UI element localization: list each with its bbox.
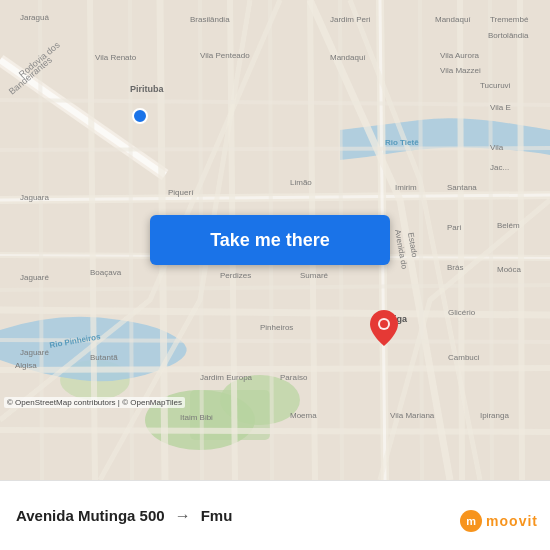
svg-text:Piquerí: Piquerí [168,188,194,197]
svg-line-29 [420,0,422,480]
svg-line-30 [490,0,492,480]
destination-marker [370,310,398,346]
svg-text:Limão: Limão [290,178,312,187]
svg-text:Cambuci: Cambuci [448,353,480,362]
svg-text:Pirituba: Pirituba [130,84,164,94]
button-label: Take me there [210,230,330,251]
route-info: Avenida Mutinga 500 → Fmu [16,507,534,525]
svg-point-80 [133,109,147,123]
moovit-logo: m moovit [460,510,538,532]
svg-text:Jaguaré: Jaguaré [20,273,49,282]
svg-text:Algisa: Algisa [15,361,37,370]
svg-text:Vila Mariana: Vila Mariana [390,411,435,420]
svg-text:Ipiranga: Ipiranga [480,411,509,420]
svg-line-10 [0,368,550,370]
moovit-brand-name: moovit [486,513,538,529]
svg-text:Jaraguá: Jaraguá [20,13,49,22]
svg-text:Vila Mazzei: Vila Mazzei [440,66,481,75]
svg-line-25 [130,0,132,480]
svg-text:Butantã: Butantã [90,353,118,362]
svg-text:Jardim Europa: Jardim Europa [200,373,253,382]
svg-text:Vila Renato: Vila Renato [95,53,137,62]
moovit-icon: m [460,510,482,532]
svg-line-11 [0,430,550,432]
bottom-bar: Avenida Mutinga 500 → Fmu m moovit [0,480,550,550]
route-arrow-icon: → [175,507,191,525]
svg-text:Jaguara: Jaguara [20,193,49,202]
svg-text:Moema: Moema [290,411,317,420]
svg-text:Itaim Bibi: Itaim Bibi [180,413,213,422]
svg-text:Vila Penteado: Vila Penteado [200,51,250,60]
svg-text:Moóca: Moóca [497,265,522,274]
svg-text:Brasilândia: Brasilândia [190,15,230,24]
svg-line-19 [520,0,522,480]
take-me-there-button[interactable]: Take me there [150,215,390,265]
svg-text:Mandaquí: Mandaquí [330,53,366,62]
svg-text:Imirim: Imirim [395,183,417,192]
svg-text:Rio Tietê: Rio Tietê [385,138,419,147]
svg-text:Jardim Peri: Jardim Peri [330,15,371,24]
svg-text:Santana: Santana [447,183,477,192]
app-container: Rodovia dos Bandeirantes Jaraguá Brasilâ… [0,0,550,550]
svg-text:Brás: Brás [447,263,463,272]
svg-text:Vila: Vila [490,143,504,152]
svg-text:Vila Aurora: Vila Aurora [440,51,480,60]
svg-text:Tremembé: Tremembé [490,15,529,24]
map-container: Rodovia dos Bandeirantes Jaraguá Brasilâ… [0,0,550,480]
svg-text:Mandaquí: Mandaquí [435,15,471,24]
svg-text:Glicério: Glicério [448,308,476,317]
map-attribution: © OpenStreetMap contributors | © OpenMap… [4,397,185,408]
svg-text:Jac...: Jac... [490,163,509,172]
svg-text:Paraíso: Paraíso [280,373,308,382]
svg-text:Tucuruvi: Tucuruvi [480,81,511,90]
svg-line-21 [0,148,550,150]
svg-text:Pinheiros: Pinheiros [260,323,293,332]
svg-text:Perdizes: Perdizes [220,271,251,280]
origin-marker [132,108,148,124]
route-to: Fmu [201,507,233,524]
svg-text:Sumaré: Sumaré [300,271,329,280]
svg-text:Belém: Belém [497,221,520,230]
svg-point-82 [380,320,388,328]
route-from: Avenida Mutinga 500 [16,507,165,524]
svg-text:Boaçava: Boaçava [90,268,122,277]
svg-text:Pari: Pari [447,223,461,232]
svg-text:Jaguaré: Jaguaré [20,348,49,357]
svg-text:Bortolândia: Bortolândia [488,31,529,40]
svg-text:Vila E: Vila E [490,103,511,112]
